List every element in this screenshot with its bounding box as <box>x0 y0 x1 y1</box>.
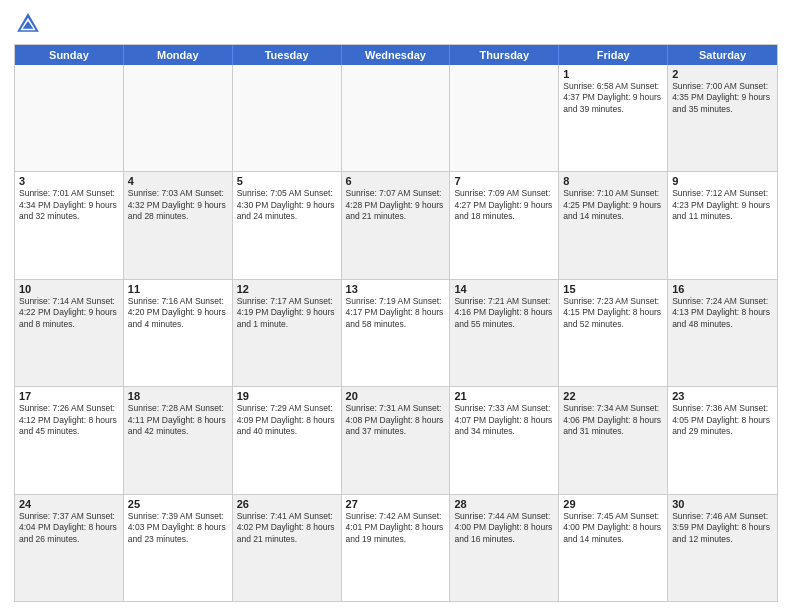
day-info: Sunrise: 7:03 AM Sunset: 4:32 PM Dayligh… <box>128 188 228 222</box>
day-number: 14 <box>454 283 554 295</box>
day-info: Sunrise: 7:10 AM Sunset: 4:25 PM Dayligh… <box>563 188 663 222</box>
week-row-2: 10Sunrise: 7:14 AM Sunset: 4:22 PM Dayli… <box>15 280 777 387</box>
day-info: Sunrise: 7:16 AM Sunset: 4:20 PM Dayligh… <box>128 296 228 330</box>
day-number: 4 <box>128 175 228 187</box>
day-number: 3 <box>19 175 119 187</box>
day-info: Sunrise: 7:44 AM Sunset: 4:00 PM Dayligh… <box>454 511 554 545</box>
day-number: 7 <box>454 175 554 187</box>
day-info: Sunrise: 7:21 AM Sunset: 4:16 PM Dayligh… <box>454 296 554 330</box>
day-info: Sunrise: 7:24 AM Sunset: 4:13 PM Dayligh… <box>672 296 773 330</box>
day-cell-19: 19Sunrise: 7:29 AM Sunset: 4:09 PM Dayli… <box>233 387 342 493</box>
empty-cell <box>342 65 451 171</box>
day-info: Sunrise: 7:34 AM Sunset: 4:06 PM Dayligh… <box>563 403 663 437</box>
day-cell-12: 12Sunrise: 7:17 AM Sunset: 4:19 PM Dayli… <box>233 280 342 386</box>
day-number: 21 <box>454 390 554 402</box>
day-cell-6: 6Sunrise: 7:07 AM Sunset: 4:28 PM Daylig… <box>342 172 451 278</box>
day-cell-20: 20Sunrise: 7:31 AM Sunset: 4:08 PM Dayli… <box>342 387 451 493</box>
day-cell-26: 26Sunrise: 7:41 AM Sunset: 4:02 PM Dayli… <box>233 495 342 601</box>
day-number: 5 <box>237 175 337 187</box>
day-number: 23 <box>672 390 773 402</box>
day-number: 22 <box>563 390 663 402</box>
day-cell-8: 8Sunrise: 7:10 AM Sunset: 4:25 PM Daylig… <box>559 172 668 278</box>
day-info: Sunrise: 7:39 AM Sunset: 4:03 PM Dayligh… <box>128 511 228 545</box>
day-number: 25 <box>128 498 228 510</box>
logo <box>14 10 46 38</box>
day-number: 16 <box>672 283 773 295</box>
page: SundayMondayTuesdayWednesdayThursdayFrid… <box>0 0 792 612</box>
day-cell-29: 29Sunrise: 7:45 AM Sunset: 4:00 PM Dayli… <box>559 495 668 601</box>
day-number: 20 <box>346 390 446 402</box>
day-cell-3: 3Sunrise: 7:01 AM Sunset: 4:34 PM Daylig… <box>15 172 124 278</box>
day-number: 30 <box>672 498 773 510</box>
day-info: Sunrise: 7:46 AM Sunset: 3:59 PM Dayligh… <box>672 511 773 545</box>
day-cell-24: 24Sunrise: 7:37 AM Sunset: 4:04 PM Dayli… <box>15 495 124 601</box>
day-number: 13 <box>346 283 446 295</box>
day-number: 8 <box>563 175 663 187</box>
empty-cell <box>15 65 124 171</box>
day-cell-21: 21Sunrise: 7:33 AM Sunset: 4:07 PM Dayli… <box>450 387 559 493</box>
day-info: Sunrise: 7:09 AM Sunset: 4:27 PM Dayligh… <box>454 188 554 222</box>
day-info: Sunrise: 7:00 AM Sunset: 4:35 PM Dayligh… <box>672 81 773 115</box>
day-cell-25: 25Sunrise: 7:39 AM Sunset: 4:03 PM Dayli… <box>124 495 233 601</box>
header-day-tuesday: Tuesday <box>233 45 342 65</box>
day-info: Sunrise: 7:12 AM Sunset: 4:23 PM Dayligh… <box>672 188 773 222</box>
header-day-friday: Friday <box>559 45 668 65</box>
day-number: 12 <box>237 283 337 295</box>
day-info: Sunrise: 7:19 AM Sunset: 4:17 PM Dayligh… <box>346 296 446 330</box>
day-cell-5: 5Sunrise: 7:05 AM Sunset: 4:30 PM Daylig… <box>233 172 342 278</box>
header-day-monday: Monday <box>124 45 233 65</box>
day-number: 6 <box>346 175 446 187</box>
calendar-header: SundayMondayTuesdayWednesdayThursdayFrid… <box>15 45 777 65</box>
day-info: Sunrise: 7:17 AM Sunset: 4:19 PM Dayligh… <box>237 296 337 330</box>
day-cell-2: 2Sunrise: 7:00 AM Sunset: 4:35 PM Daylig… <box>668 65 777 171</box>
day-info: Sunrise: 7:07 AM Sunset: 4:28 PM Dayligh… <box>346 188 446 222</box>
header-day-saturday: Saturday <box>668 45 777 65</box>
day-cell-9: 9Sunrise: 7:12 AM Sunset: 4:23 PM Daylig… <box>668 172 777 278</box>
day-number: 10 <box>19 283 119 295</box>
day-info: Sunrise: 7:36 AM Sunset: 4:05 PM Dayligh… <box>672 403 773 437</box>
day-info: Sunrise: 7:41 AM Sunset: 4:02 PM Dayligh… <box>237 511 337 545</box>
day-cell-15: 15Sunrise: 7:23 AM Sunset: 4:15 PM Dayli… <box>559 280 668 386</box>
day-cell-23: 23Sunrise: 7:36 AM Sunset: 4:05 PM Dayli… <box>668 387 777 493</box>
day-info: Sunrise: 6:58 AM Sunset: 4:37 PM Dayligh… <box>563 81 663 115</box>
day-cell-30: 30Sunrise: 7:46 AM Sunset: 3:59 PM Dayli… <box>668 495 777 601</box>
empty-cell <box>124 65 233 171</box>
header-day-wednesday: Wednesday <box>342 45 451 65</box>
day-number: 28 <box>454 498 554 510</box>
header <box>14 10 778 38</box>
day-cell-10: 10Sunrise: 7:14 AM Sunset: 4:22 PM Dayli… <box>15 280 124 386</box>
day-info: Sunrise: 7:05 AM Sunset: 4:30 PM Dayligh… <box>237 188 337 222</box>
day-cell-22: 22Sunrise: 7:34 AM Sunset: 4:06 PM Dayli… <box>559 387 668 493</box>
day-cell-4: 4Sunrise: 7:03 AM Sunset: 4:32 PM Daylig… <box>124 172 233 278</box>
day-info: Sunrise: 7:37 AM Sunset: 4:04 PM Dayligh… <box>19 511 119 545</box>
day-number: 9 <box>672 175 773 187</box>
empty-cell <box>450 65 559 171</box>
day-cell-13: 13Sunrise: 7:19 AM Sunset: 4:17 PM Dayli… <box>342 280 451 386</box>
day-number: 24 <box>19 498 119 510</box>
day-cell-7: 7Sunrise: 7:09 AM Sunset: 4:27 PM Daylig… <box>450 172 559 278</box>
day-number: 29 <box>563 498 663 510</box>
day-cell-16: 16Sunrise: 7:24 AM Sunset: 4:13 PM Dayli… <box>668 280 777 386</box>
logo-icon <box>14 10 42 38</box>
day-cell-28: 28Sunrise: 7:44 AM Sunset: 4:00 PM Dayli… <box>450 495 559 601</box>
day-number: 11 <box>128 283 228 295</box>
calendar-body: 1Sunrise: 6:58 AM Sunset: 4:37 PM Daylig… <box>15 65 777 601</box>
week-row-3: 17Sunrise: 7:26 AM Sunset: 4:12 PM Dayli… <box>15 387 777 494</box>
week-row-4: 24Sunrise: 7:37 AM Sunset: 4:04 PM Dayli… <box>15 495 777 601</box>
week-row-1: 3Sunrise: 7:01 AM Sunset: 4:34 PM Daylig… <box>15 172 777 279</box>
empty-cell <box>233 65 342 171</box>
day-info: Sunrise: 7:23 AM Sunset: 4:15 PM Dayligh… <box>563 296 663 330</box>
day-info: Sunrise: 7:31 AM Sunset: 4:08 PM Dayligh… <box>346 403 446 437</box>
day-number: 15 <box>563 283 663 295</box>
day-number: 18 <box>128 390 228 402</box>
day-number: 17 <box>19 390 119 402</box>
day-cell-14: 14Sunrise: 7:21 AM Sunset: 4:16 PM Dayli… <box>450 280 559 386</box>
day-info: Sunrise: 7:28 AM Sunset: 4:11 PM Dayligh… <box>128 403 228 437</box>
day-info: Sunrise: 7:33 AM Sunset: 4:07 PM Dayligh… <box>454 403 554 437</box>
day-info: Sunrise: 7:26 AM Sunset: 4:12 PM Dayligh… <box>19 403 119 437</box>
header-day-sunday: Sunday <box>15 45 124 65</box>
day-info: Sunrise: 7:45 AM Sunset: 4:00 PM Dayligh… <box>563 511 663 545</box>
calendar: SundayMondayTuesdayWednesdayThursdayFrid… <box>14 44 778 602</box>
header-day-thursday: Thursday <box>450 45 559 65</box>
day-info: Sunrise: 7:14 AM Sunset: 4:22 PM Dayligh… <box>19 296 119 330</box>
